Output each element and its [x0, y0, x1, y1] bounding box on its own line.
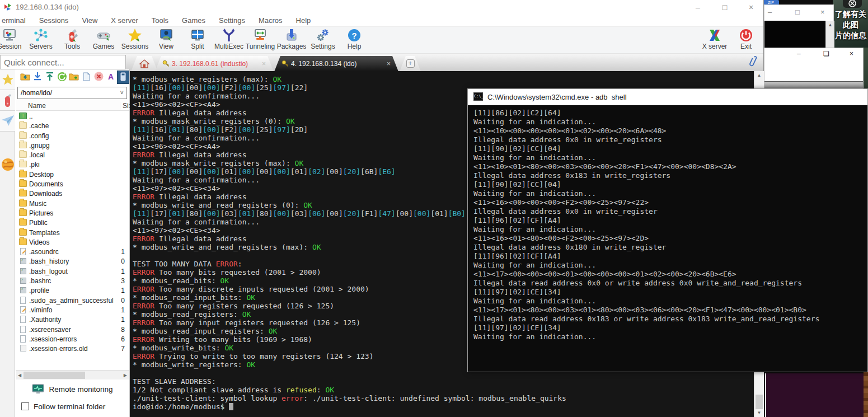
checkbox-icon[interactable]	[21, 402, 29, 410]
file-row[interactable]: .xscreensaver8	[16, 325, 129, 335]
file-row[interactable]: .asoundrc1	[16, 247, 129, 257]
folder-row[interactable]: .cache	[16, 121, 129, 131]
tab-session-3[interactable]: 3. 192.168.0.61 (industio) ×	[155, 56, 274, 72]
menu-erminal[interactable]: erminal	[1, 15, 32, 25]
tunneling-button[interactable]: Tunneling	[245, 27, 276, 53]
cmd-titlebar[interactable]: C:\_ C:\Windows\system32\cmd.exe - adb s…	[468, 89, 867, 105]
folder-row[interactable]: ↑..	[16, 112, 129, 121]
scroll-down-icon[interactable]: ▼	[754, 410, 764, 415]
cmd-console[interactable]: [11][86][02][C2][64]Waiting for an indic…	[468, 105, 867, 372]
menu-tools[interactable]: Tools	[145, 15, 175, 25]
folder-row[interactable]: Documents	[16, 180, 129, 189]
split-button[interactable]: Split	[182, 27, 213, 53]
folder-row[interactable]: Downloads	[16, 189, 129, 199]
hex-byte: [F1]	[360, 209, 378, 218]
close-button[interactable]: ×	[742, 2, 761, 13]
scroll-up-icon[interactable]: ▲	[754, 73, 764, 78]
folder-row[interactable]: Desktop	[16, 170, 129, 180]
maximize-icon[interactable]: □	[795, 8, 800, 17]
sessions-star-tab[interactable]	[0, 69, 15, 90]
file-row[interactable]: .sudo_as_admin_successful0	[16, 296, 129, 306]
maximize-button[interactable]: □	[715, 2, 734, 13]
scrollbar-thumb[interactable]	[756, 395, 763, 409]
folder-row[interactable]: .local	[16, 151, 129, 160]
menu-sessions[interactable]: Sessions	[32, 15, 76, 25]
folder-row[interactable]: .gnupg	[16, 141, 129, 151]
folder-row[interactable]: Music	[16, 199, 129, 209]
delete-button[interactable]	[92, 71, 105, 84]
column-name[interactable]: Name	[28, 102, 46, 110]
scrollbar[interactable]: ▲	[825, 21, 834, 48]
menu-games[interactable]: Games	[175, 15, 212, 25]
minimize-icon[interactable]: –	[797, 49, 801, 58]
menu-macros[interactable]: Macros	[252, 15, 289, 25]
view-button[interactable]: View	[151, 27, 182, 53]
games-button[interactable]: Games	[88, 27, 119, 53]
tab-home[interactable]	[131, 56, 158, 72]
exit-button[interactable]: Exit	[730, 27, 762, 53]
packages-button[interactable]: Packages	[276, 27, 307, 53]
folder-row[interactable]: Videos	[16, 238, 129, 247]
sessions-button[interactable]: Sessions	[119, 27, 151, 53]
newfolder-button[interactable]	[68, 71, 81, 84]
file-row[interactable]: .Xauthority1	[16, 315, 129, 325]
close-icon[interactable]: ×	[820, 8, 825, 17]
minimize-icon[interactable]: –	[768, 8, 772, 17]
file-row[interactable]: .bash_history0	[16, 257, 129, 266]
tab-new-button[interactable]: +	[400, 56, 421, 72]
horizontal-scrollbar[interactable]: ◀ ▶	[16, 370, 129, 379]
rename-button[interactable]: A	[105, 71, 117, 84]
download-button[interactable]	[31, 71, 44, 84]
tab-close-icon[interactable]: ×	[262, 60, 266, 68]
menu-settings[interactable]: Settings	[212, 15, 252, 25]
hex-byte: [00]	[185, 83, 203, 92]
servers-button[interactable]: Servers	[25, 27, 57, 53]
folder-row[interactable]: Templates	[16, 228, 129, 238]
macros-globe-icon[interactable]	[0, 155, 15, 174]
settings-button[interactable]: Settings	[307, 27, 339, 53]
file-name: .bash_logout	[29, 268, 68, 275]
close-icon[interactable]: ×	[850, 49, 853, 58]
session-button[interactable]: Session	[0, 27, 25, 53]
file-row[interactable]: .xsession-errors6	[16, 335, 129, 344]
paperclip-icon[interactable]	[749, 55, 760, 71]
file-icon	[20, 248, 26, 255]
file-row[interactable]: .profile1	[16, 286, 129, 296]
path-dropdown[interactable]: /home/ido/ ˅	[17, 87, 127, 99]
quick-connect-input[interactable]	[0, 55, 126, 69]
terminal-segment: * modbus_write_and_read_registers (0):	[133, 201, 303, 209]
upload-button[interactable]	[44, 71, 56, 84]
folder-row[interactable]: Public	[16, 218, 129, 228]
column-size[interactable]: Si:	[120, 102, 130, 110]
sftp-plane-tab[interactable]	[0, 111, 15, 132]
file-row[interactable]: .bashrc3	[16, 277, 129, 286]
folder-row[interactable]: .pki	[16, 160, 129, 170]
tab-close-icon[interactable]: ×	[387, 60, 391, 68]
remote-monitoring-button[interactable]: Remote monitoring	[16, 384, 129, 399]
newfile-button[interactable]	[80, 71, 92, 84]
scrollbar-thumb[interactable]	[24, 372, 85, 379]
scroll-right-icon[interactable]: ▶	[124, 373, 127, 378]
folderup-button[interactable]	[19, 71, 31, 84]
menu-x-server[interactable]: X server	[104, 15, 144, 25]
menu-view[interactable]: View	[75, 15, 104, 25]
help-button[interactable]: ?Help	[339, 27, 370, 53]
file-row[interactable]: .viminfo1	[16, 306, 129, 315]
restore-icon[interactable]: ❏	[823, 49, 829, 58]
menu-help[interactable]: Help	[289, 15, 318, 25]
folder-row[interactable]: .config	[16, 132, 129, 141]
multiexec-button[interactable]: MultiExec	[213, 27, 245, 53]
x-server-button[interactable]: X server	[699, 27, 730, 53]
tools-button[interactable]: Tools	[57, 27, 88, 53]
follow-terminal-checkbox[interactable]: Follow terminal folder	[21, 402, 105, 415]
minimize-button[interactable]: –	[688, 2, 707, 13]
termbtn-button[interactable]	[117, 71, 129, 84]
tab-session-4-active[interactable]: 4. 192.168.0.134 (ido) ×	[274, 56, 398, 72]
file-list-header: Name Si:	[16, 100, 129, 111]
refresh-button[interactable]	[56, 71, 68, 84]
file-row[interactable]: .bash_logout1	[16, 267, 129, 277]
scroll-left-icon[interactable]: ◀	[18, 373, 21, 378]
tools-knife-tab[interactable]	[0, 90, 15, 111]
folder-row[interactable]: Pictures	[16, 209, 129, 218]
file-row[interactable]: .xsession-errors.old7	[16, 344, 129, 354]
